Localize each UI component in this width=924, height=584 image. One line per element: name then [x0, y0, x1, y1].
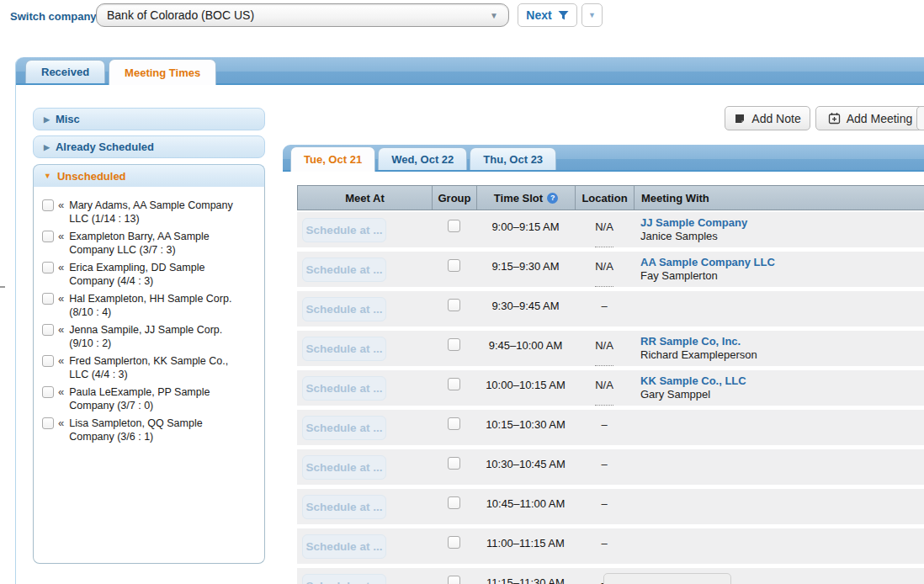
schedule-at-button[interactable]: Schedule at ...: [302, 534, 386, 559]
date-tab-label: Tue, Oct 21: [304, 153, 362, 166]
attendee-checkbox[interactable]: [42, 231, 54, 242]
table-body: Schedule at ... 9:00–9:15 AM N/A JJ Samp…: [297, 212, 924, 584]
table-header: Meet At Group Time Slot ? Location Meeti…: [297, 185, 924, 210]
location-value: N/A: [595, 260, 613, 287]
list-item: « Mary Adams, AA Sample Company LLC (1/1…: [40, 197, 258, 228]
group-checkbox[interactable]: [448, 378, 460, 390]
company-link[interactable]: RR Sample Co, Inc.: [640, 335, 924, 348]
group-checkbox[interactable]: [448, 417, 460, 430]
next-button-label: Next: [526, 8, 551, 22]
double-chevron-left-icon[interactable]: «: [58, 230, 64, 242]
attendee-label: Mary Adams, AA Sample Company LLC (1/14 …: [69, 199, 247, 226]
attendee-checkbox[interactable]: [42, 262, 54, 273]
switch-company-label: Switch company:: [10, 10, 100, 23]
collapse-handle-icon: [0, 286, 5, 288]
location-value: –: [601, 458, 607, 485]
list-item: « Hal Exampleton, HH Sample Corp. (8/10 …: [40, 290, 258, 321]
group-checkbox[interactable]: [448, 536, 460, 549]
add-meeting-button[interactable]: Add Meeting: [815, 106, 924, 130]
attendee-checkbox[interactable]: [42, 355, 54, 367]
time-slot-label: 9:30–9:45 AM: [491, 300, 559, 327]
note-icon: [734, 113, 746, 125]
attendee-checkbox[interactable]: [42, 417, 54, 429]
next-dropdown-button[interactable]: ▼: [581, 3, 603, 27]
schedule-at-button[interactable]: Schedule at ...: [302, 495, 386, 519]
company-link[interactable]: KK Sample Co., LLC: [640, 374, 924, 388]
date-tab-tue-oct-21[interactable]: Tue, Oct 21: [290, 146, 375, 172]
location-value: N/A: [595, 339, 613, 366]
time-slot-label: 10:00–10:15 AM: [486, 379, 566, 406]
time-slot-label: 9:00–9:15 AM: [491, 220, 559, 247]
time-slot-label: 11:15–11:30 AM: [486, 576, 565, 584]
add-note-label: Add Note: [751, 112, 800, 125]
attendee-checkbox[interactable]: [42, 386, 54, 398]
column-header-meet-at: Meet At: [298, 186, 432, 210]
double-chevron-left-icon[interactable]: «: [58, 261, 64, 273]
group-checkbox[interactable]: [448, 299, 460, 311]
schedule-at-button[interactable]: Schedule at ...: [302, 416, 386, 440]
list-item: « Exampleton Barry, AA Sample Company LL…: [40, 228, 258, 259]
main-tab-strip: Received Meeting Times: [16, 57, 924, 85]
attendee-label: Erica Exampling, DD Sample Company (4/4 …: [69, 261, 247, 288]
company-select[interactable]: Bank of Colorado (BOC US) ▼: [96, 3, 509, 27]
schedule-at-button[interactable]: Schedule at ...: [302, 257, 386, 282]
attendee-label: Paula LeExample, PP Sample Company (3/7 …: [69, 385, 247, 412]
schedule-at-button[interactable]: Schedule at ...: [302, 455, 386, 480]
attendee-label: Lisa Sampleton, QQ Sample Company (3/6 :…: [69, 417, 247, 443]
attendee-checkbox[interactable]: [42, 324, 54, 336]
company-link[interactable]: JJ Sample Company: [640, 216, 924, 230]
tab-meeting-times[interactable]: Meeting Times: [109, 59, 216, 85]
group-checkbox[interactable]: [448, 338, 460, 351]
schedule-at-button[interactable]: Schedule at ...: [302, 376, 386, 401]
time-slot-label: 9:45–10:00 AM: [489, 339, 562, 366]
schedule-at-button[interactable]: Schedule at ...: [302, 574, 386, 584]
location-value: N/A: [595, 220, 613, 247]
table-row: Schedule at ... 10:30–10:45 AM –: [297, 449, 924, 485]
date-tab-thu-oct-23[interactable]: Thu, Oct 23: [470, 147, 556, 170]
double-chevron-left-icon[interactable]: «: [58, 354, 64, 367]
sidebar-section-label: Already Scheduled: [56, 141, 154, 153]
double-chevron-left-icon[interactable]: «: [58, 292, 64, 305]
list-item: « Jenna Sampile, JJ Sample Corp. (9/10 :…: [40, 321, 258, 353]
group-checkbox[interactable]: [448, 457, 460, 470]
person-name: Richard Exampleperson: [640, 348, 924, 362]
list-item: « Lisa Sampleton, QQ Sample Company (3/6…: [40, 415, 258, 446]
group-checkbox[interactable]: [448, 220, 460, 232]
group-checkbox[interactable]: [448, 576, 460, 584]
double-chevron-left-icon[interactable]: «: [58, 199, 64, 211]
sidebar-section-already-scheduled[interactable]: ▶ Already Scheduled: [33, 135, 265, 158]
main-panel: Received Meeting Times ▶ Misc ▶ Already …: [15, 57, 924, 584]
location-value: –: [601, 497, 607, 524]
sidebar-section-unscheduled[interactable]: ▼ Unscheduled: [33, 164, 265, 187]
company-link[interactable]: AA Sample Company LLC: [640, 256, 924, 269]
attendee-label: Exampleton Barry, AA Sample Company LLC …: [69, 230, 247, 257]
date-tab-wed-oct-22[interactable]: Wed, Oct 22: [378, 147, 467, 170]
tab-received-label: Received: [41, 66, 89, 78]
double-chevron-left-icon[interactable]: «: [58, 323, 64, 336]
schedule-at-button[interactable]: Schedule at ...: [302, 218, 386, 242]
group-checkbox[interactable]: [448, 496, 460, 509]
sidebar-section-label: Unscheduled: [57, 170, 126, 183]
next-button[interactable]: Next: [518, 3, 577, 27]
help-icon[interactable]: ?: [547, 193, 558, 204]
schedule-at-button[interactable]: Schedule at ...: [302, 297, 386, 321]
add-meeting-label: Add Meeting: [847, 112, 913, 125]
add-note-button[interactable]: Add Note: [725, 106, 810, 130]
attendee-checkbox[interactable]: [42, 199, 54, 211]
chevron-down-icon: ▼: [588, 11, 596, 19]
time-slot-label: 9:15–9:30 AM: [491, 260, 559, 287]
double-chevron-left-icon[interactable]: «: [58, 417, 64, 429]
table-row: Schedule at ... 10:00–10:15 AM N/A KK Sa…: [297, 370, 924, 406]
attendee-label: Hal Exampleton, HH Sample Corp. (8/10 : …: [69, 292, 247, 319]
tab-received[interactable]: Received: [25, 60, 105, 83]
column-header-meeting-with: Meeting With: [634, 186, 924, 210]
schedule-at-button[interactable]: Schedule at ...: [302, 337, 386, 361]
group-checkbox[interactable]: [448, 259, 460, 272]
location-value: –: [601, 537, 607, 564]
partial-button[interactable]: [916, 106, 924, 130]
double-chevron-left-icon[interactable]: «: [58, 385, 64, 398]
person-name: Gary Samppel: [640, 388, 924, 401]
sidebar-section-misc[interactable]: ▶ Misc: [33, 108, 265, 130]
attendee-checkbox[interactable]: [42, 293, 54, 305]
time-slot-label: 10:15–10:30 AM: [486, 418, 566, 445]
